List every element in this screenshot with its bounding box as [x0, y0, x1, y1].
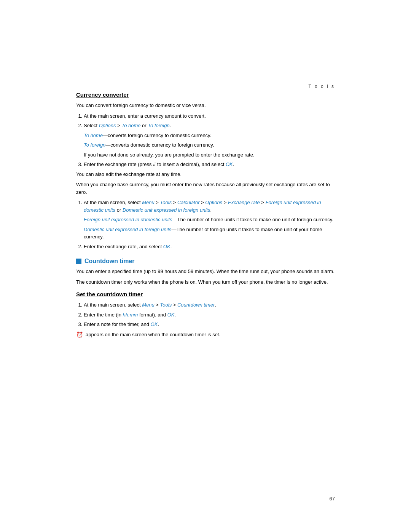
main-content: Currency converter You can convert forei…	[76, 91, 335, 342]
blue-square-icon	[76, 259, 81, 264]
currency-converter-heading: Currency converter	[76, 91, 335, 98]
calculator-link: Calculator	[177, 200, 200, 205]
currency-note1-block: If you have not done so already, you are…	[84, 151, 335, 159]
tools-link-1: Tools	[160, 200, 172, 205]
currency-intro: You can convert foreign currency to dome…	[76, 102, 335, 109]
currency-step-3: Enter the exchange rate (press # to inse…	[84, 161, 335, 168]
ok-link-3: OK	[167, 312, 175, 318]
foreign-unit-indented: Foreign unit expressed in domestic units	[84, 217, 172, 222]
currency-step-1: At the main screen, enter a currency amo…	[84, 112, 335, 120]
menu-link-2: Menu	[142, 302, 155, 308]
currency-steps2-list: At the main screen, select Menu > Tools …	[84, 199, 335, 214]
alarm-note-text: appears on the main screen when the coun…	[86, 331, 220, 339]
page-number: 67	[330, 496, 335, 502]
set-countdown-heading: Set the countdown timer	[76, 291, 335, 297]
to-foreign-link: To foreign	[148, 123, 169, 128]
currency-converter-section: Currency converter You can convert forei…	[76, 91, 335, 250]
domestic-unit-indented: Domestic unit expressed in foreign units	[84, 227, 172, 232]
ok-link-4: OK	[151, 321, 158, 327]
currency-indented-2: Foreign unit expressed in domestic units…	[84, 216, 335, 241]
change-base-currency-text: When you change base currency, you must …	[76, 181, 335, 196]
countdown-steps-list: At the main screen, select Menu > Tools …	[84, 301, 335, 328]
countdown-step-1: At the main screen, select Menu > Tools …	[84, 301, 335, 309]
section-label: T o o l s	[309, 84, 335, 89]
to-home-indented: To home	[84, 133, 103, 138]
to-foreign-indented: To foreign	[84, 142, 105, 148]
ok-link-2: OK	[163, 244, 170, 249]
countdown-timer-section: Countdown timer You can enter a specifie…	[76, 258, 335, 342]
currency-step-2: Select Options > To home or To foreign.	[84, 122, 335, 129]
countdown-intro1: You can enter a specified time (up to 99…	[76, 268, 335, 275]
menu-link-1: Menu	[142, 200, 155, 205]
currency-note1: If you have not done so already, you are…	[84, 151, 335, 159]
alarm-clock-icon: ⏰	[76, 331, 83, 339]
countdown-timer-link: Countdown timer	[177, 302, 215, 308]
countdown-intro2: The countdown timer only works when the …	[76, 278, 335, 286]
to-home-link: To home	[121, 123, 140, 128]
currency-step2-2: Enter the exchange rate, and select OK.	[84, 243, 335, 251]
hhmm-link: hh:mm	[123, 312, 138, 318]
countdown-timer-heading: Countdown timer	[76, 258, 335, 265]
currency-steps-list: At the main screen, enter a currency amo…	[84, 112, 335, 129]
countdown-step-2: Enter the time (in hh:mm format), and OK…	[84, 311, 335, 319]
currency-step2-1: At the main screen, select Menu > Tools …	[84, 199, 335, 214]
exchange-rate-link: Exchange rate	[228, 200, 260, 205]
page-header-tools: T o o l s	[309, 84, 335, 89]
currency-step2-2-list: Enter the exchange rate, and select OK.	[84, 243, 335, 251]
tools-link-2: Tools	[160, 302, 172, 308]
options-link-2: Options	[205, 200, 222, 205]
also-edit-text: You can also edit the exchange rate at a…	[76, 171, 335, 178]
ok-link-1: OK	[226, 161, 233, 167]
options-link: Options	[99, 123, 116, 128]
currency-indented-1: To home—converts foreign currency to dom…	[84, 132, 335, 149]
currency-step3-list: Enter the exchange rate (press # to inse…	[84, 161, 335, 168]
countdown-step-3: Enter a note for the timer, and OK.	[84, 321, 335, 328]
alarm-note-row: ⏰ appears on the main screen when the co…	[76, 331, 220, 339]
domestic-unit-link: Domestic unit expressed in foreign units	[123, 207, 210, 213]
